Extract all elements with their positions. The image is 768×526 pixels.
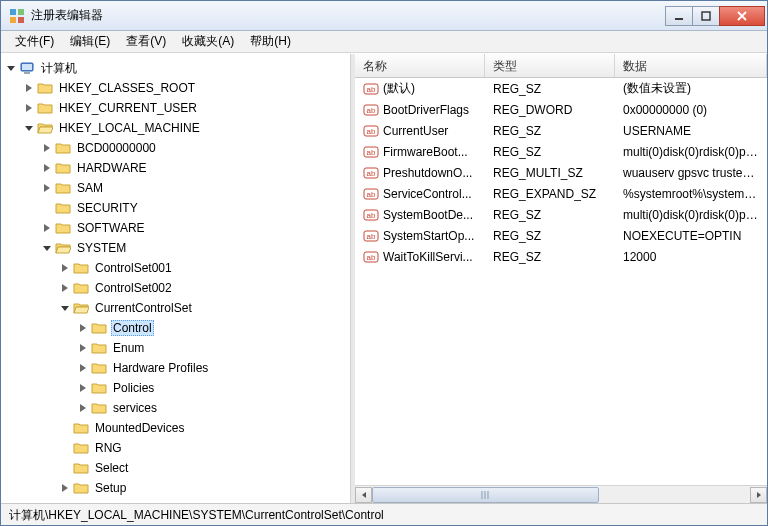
- value-name: FirmwareBoot...: [383, 145, 468, 159]
- menu-edit[interactable]: 编辑(E): [62, 31, 118, 52]
- value-name: CurrentUser: [383, 124, 448, 138]
- expander-icon[interactable]: [41, 242, 53, 254]
- expander-icon[interactable]: [41, 222, 53, 234]
- value-data: multi(0)disk(0)rdisk(0)partit: [615, 145, 767, 159]
- value-type: REG_DWORD: [485, 103, 615, 117]
- tree-label: CurrentControlSet: [93, 300, 194, 316]
- value-row[interactable]: SystemBootDe...REG_SZmulti(0)disk(0)rdis…: [355, 204, 767, 225]
- column-type[interactable]: 类型: [485, 54, 615, 77]
- tree-control[interactable]: Control: [73, 318, 350, 338]
- menu-file[interactable]: 文件(F): [7, 31, 62, 52]
- expander-icon[interactable]: [41, 182, 53, 194]
- expander-icon[interactable]: [41, 142, 53, 154]
- menu-favorites[interactable]: 收藏夹(A): [174, 31, 242, 52]
- minimize-button[interactable]: [665, 6, 693, 26]
- maximize-icon: [701, 11, 711, 21]
- value-name: PreshutdownO...: [383, 166, 472, 180]
- tree-system[interactable]: SYSTEM: [37, 238, 350, 258]
- tree-hardware-profiles[interactable]: Hardware Profiles: [73, 358, 350, 378]
- expander-icon[interactable]: [41, 202, 53, 214]
- tree-root-computer[interactable]: 计算机: [1, 58, 350, 78]
- value-data: 0x00000000 (0): [615, 103, 767, 117]
- expander-icon[interactable]: [77, 342, 89, 354]
- scroll-left-button[interactable]: [355, 487, 372, 503]
- expander-icon[interactable]: [59, 422, 71, 434]
- folder-open-icon: [73, 300, 89, 316]
- value-row[interactable]: BootDriverFlagsREG_DWORD0x00000000 (0): [355, 99, 767, 120]
- tree-enum[interactable]: Enum: [73, 338, 350, 358]
- tree-services[interactable]: services: [73, 398, 350, 418]
- scroll-thumb[interactable]: [372, 487, 599, 503]
- value-row[interactable]: (默认)REG_SZ(数值未设置): [355, 78, 767, 99]
- close-button[interactable]: [719, 6, 765, 26]
- expander-icon[interactable]: [23, 102, 35, 114]
- tree-label: SAM: [75, 180, 105, 196]
- tree-controlset002[interactable]: ControlSet002: [55, 278, 350, 298]
- expander-icon[interactable]: [23, 122, 35, 134]
- maximize-button[interactable]: [692, 6, 720, 26]
- tree-setup[interactable]: Setup: [55, 478, 350, 498]
- folder-icon: [73, 260, 89, 276]
- expander-icon[interactable]: [59, 302, 71, 314]
- expander-icon[interactable]: [5, 62, 17, 74]
- value-row[interactable]: CurrentUserREG_SZUSERNAME: [355, 120, 767, 141]
- value-row[interactable]: SystemStartOp...REG_SZ NOEXECUTE=OPTIN: [355, 225, 767, 246]
- expander-icon[interactable]: [77, 402, 89, 414]
- tree-currentcontrolset[interactable]: CurrentControlSet: [55, 298, 350, 318]
- tree-hkcr[interactable]: HKEY_CLASSES_ROOT: [19, 78, 350, 98]
- tree-mounteddevices[interactable]: MountedDevices: [55, 418, 350, 438]
- folder-icon: [91, 380, 107, 396]
- expander-icon[interactable]: [59, 282, 71, 294]
- expander-icon[interactable]: [59, 462, 71, 474]
- value-row[interactable]: PreshutdownO...REG_MULTI_SZwuauserv gpsv…: [355, 162, 767, 183]
- tree-label: ControlSet002: [93, 280, 174, 296]
- value-type: REG_SZ: [485, 145, 615, 159]
- tree-controlset001[interactable]: ControlSet001: [55, 258, 350, 278]
- folder-icon: [37, 100, 53, 116]
- list-header: 名称 类型 数据: [355, 54, 767, 78]
- tree-sam[interactable]: SAM: [37, 178, 350, 198]
- scroll-right-button[interactable]: [750, 487, 767, 503]
- tree-label: Hardware Profiles: [111, 360, 210, 376]
- tree-hklm[interactable]: HKEY_LOCAL_MACHINE: [19, 118, 350, 138]
- expander-icon[interactable]: [59, 482, 71, 494]
- computer-icon: [19, 60, 35, 76]
- string-value-icon: [363, 102, 379, 118]
- expander-icon[interactable]: [77, 382, 89, 394]
- tree-hardware[interactable]: HARDWARE: [37, 158, 350, 178]
- status-path: 计算机\HKEY_LOCAL_MACHINE\SYSTEM\CurrentCon…: [9, 508, 384, 522]
- tree-bcd[interactable]: BCD00000000: [37, 138, 350, 158]
- column-name[interactable]: 名称: [355, 54, 485, 77]
- window-title: 注册表编辑器: [31, 7, 666, 24]
- value-row[interactable]: WaitToKillServi...REG_SZ12000: [355, 246, 767, 267]
- expander-icon[interactable]: [77, 362, 89, 374]
- horizontal-scrollbar[interactable]: [355, 485, 767, 503]
- tree-pane[interactable]: 计算机 HKEY_CLASSES_ROOT HKEY_CURRENT_USER: [1, 54, 351, 503]
- tree-hkcu[interactable]: HKEY_CURRENT_USER: [19, 98, 350, 118]
- tree-security[interactable]: SECURITY: [37, 198, 350, 218]
- value-data: NOEXECUTE=OPTIN: [615, 229, 767, 243]
- value-type: REG_SZ: [485, 82, 615, 96]
- folder-icon: [55, 200, 71, 216]
- expander-icon[interactable]: [23, 82, 35, 94]
- tree-rng[interactable]: RNG: [55, 438, 350, 458]
- window-controls: [666, 6, 765, 26]
- string-value-icon: [363, 186, 379, 202]
- list-body[interactable]: (默认)REG_SZ(数值未设置)BootDriverFlagsREG_DWOR…: [355, 78, 767, 485]
- menu-view[interactable]: 查看(V): [118, 31, 174, 52]
- tree-select[interactable]: Select: [55, 458, 350, 478]
- value-row[interactable]: FirmwareBoot...REG_SZmulti(0)disk(0)rdis…: [355, 141, 767, 162]
- tree-software[interactable]: SOFTWARE: [37, 218, 350, 238]
- value-row[interactable]: ServiceControl...REG_EXPAND_SZ%systemroo…: [355, 183, 767, 204]
- expander-icon[interactable]: [59, 262, 71, 274]
- scroll-track[interactable]: [372, 487, 750, 503]
- tree-label: MountedDevices: [93, 420, 186, 436]
- tree-policies[interactable]: Policies: [73, 378, 350, 398]
- expander-icon[interactable]: [77, 322, 89, 334]
- expander-icon[interactable]: [41, 162, 53, 174]
- expander-icon[interactable]: [59, 442, 71, 454]
- column-data[interactable]: 数据: [615, 54, 767, 77]
- folder-icon: [73, 440, 89, 456]
- menu-help[interactable]: 帮助(H): [242, 31, 299, 52]
- titlebar[interactable]: 注册表编辑器: [1, 1, 767, 31]
